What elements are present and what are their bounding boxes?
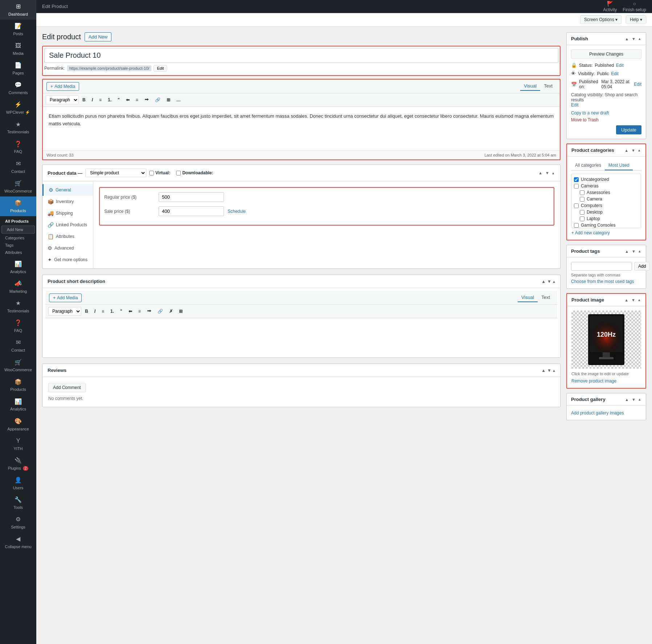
sidebar-item-contact2[interactable]: ✉ Contact [0, 336, 36, 356]
sidebar-item-settings[interactable]: ⚙ Settings [0, 513, 36, 532]
preview-changes-button[interactable]: Preview Changes [571, 49, 641, 59]
sidebar-item-comments[interactable]: 💬 Comments [0, 78, 36, 98]
visual-tab[interactable]: Visual [520, 82, 540, 91]
sidebar-item-posts[interactable]: 📝 Posts [0, 20, 36, 39]
short-desc-ol-button[interactable]: 1. [108, 307, 117, 315]
short-desc-align-left-button[interactable]: ⬅ [126, 307, 135, 315]
sale-price-input[interactable] [159, 206, 224, 216]
add-new-button[interactable]: Add New [85, 32, 112, 41]
product-image-down-btn[interactable]: ▼ [631, 297, 636, 303]
finish-setup-button[interactable]: ○ Finish setup [623, 1, 646, 12]
short-desc-align-center-button[interactable]: ≡ [136, 307, 143, 315]
copy-to-draft-link[interactable]: Copy to a new draft [571, 110, 641, 116]
paragraph-select[interactable]: Paragraph [46, 96, 79, 104]
cat-checkbox-computers[interactable] [574, 203, 579, 208]
product-data-up-button[interactable]: ▲ [538, 170, 543, 176]
short-desc-more2-button[interactable]: ✗ [167, 307, 175, 315]
sidebar-sub-all-products[interactable]: All Products [0, 218, 36, 225]
sidebar-item-users[interactable]: 👤 Users [0, 474, 36, 493]
add-gallery-link[interactable]: Add product gallery images [571, 410, 624, 416]
sidebar-item-faq2[interactable]: ❓ FAQ [0, 316, 36, 336]
add-comment-button[interactable]: Add Comment [48, 383, 86, 392]
screen-options-button[interactable]: Screen Options ▾ [580, 15, 622, 24]
cat-checkbox-camera[interactable] [580, 197, 584, 202]
categories-up-btn[interactable]: ▲ [624, 147, 629, 153]
product-tab-attributes[interactable]: 📋 Attributes [42, 231, 93, 242]
sidebar-item-analytics2[interactable]: 📊 Analytics [0, 395, 36, 415]
sidebar-item-analytics[interactable]: 📊 Analytics [0, 258, 36, 277]
categories-collapse-btn[interactable]: ▴ [637, 147, 641, 153]
choose-tags-link[interactable]: Choose from the most used tags [571, 279, 634, 284]
short-desc-down-btn[interactable]: ▼ [547, 279, 551, 284]
sidebar-item-pages[interactable]: 📄 Pages [0, 59, 36, 78]
regular-price-input[interactable] [159, 192, 224, 202]
publish-collapse-btn[interactable]: ▴ [638, 36, 641, 42]
product-title-input[interactable] [44, 48, 558, 63]
sidebar-item-woocommerce[interactable]: 🛒 WooCommerce [0, 177, 36, 197]
tags-collapse-btn[interactable]: ▴ [638, 248, 641, 254]
sidebar-item-testimonials[interactable]: ★ Testimonials [0, 118, 36, 138]
publish-up-btn[interactable]: ▲ [624, 36, 629, 42]
sidebar-item-wpclever[interactable]: ⚡ WPClever ⚡ [0, 98, 36, 118]
sidebar-item-tools[interactable]: 🔧 Tools [0, 493, 36, 513]
most-used-tab[interactable]: Most Used [605, 161, 633, 170]
cat-checkbox-gaming[interactable] [574, 223, 579, 228]
status-edit-link[interactable]: Edit [616, 63, 624, 68]
text-tab[interactable]: Text [540, 82, 556, 91]
tag-input[interactable] [571, 262, 632, 271]
cat-checkbox-uncategorized[interactable] [574, 177, 579, 182]
align-left-button[interactable]: ⬅ [123, 96, 132, 104]
reviews-up-btn[interactable]: ▲ [541, 368, 546, 373]
product-tab-linked[interactable]: 🔗 Linked Products [42, 219, 93, 231]
bold-button[interactable]: B [80, 96, 88, 104]
short-desc-paragraph-select[interactable]: Paragraph [48, 307, 81, 316]
product-image-collapse-btn[interactable]: ▴ [637, 297, 641, 303]
sidebar-item-contact[interactable]: ✉ Contact [0, 157, 36, 177]
reviews-toggle-btn[interactable]: ▴ [553, 368, 555, 373]
downloadable-checkbox[interactable] [176, 171, 181, 175]
product-tab-general[interactable]: ⚙ General [42, 184, 93, 196]
product-image-up-btn[interactable]: ▲ [624, 297, 629, 303]
short-desc-add-media-button[interactable]: + Add Media [49, 293, 82, 302]
all-categories-tab[interactable]: All categories [571, 161, 605, 170]
blockquote-button[interactable]: " [115, 96, 122, 104]
sidebar-item-products[interactable]: 📦 Products [0, 197, 36, 216]
activity-button[interactable]: 🚩 Activity [603, 1, 617, 12]
tags-up-btn[interactable]: ▲ [624, 248, 629, 254]
cat-checkbox-assessories[interactable] [580, 190, 584, 195]
sidebar-sub-add-new[interactable]: Add New [1, 226, 35, 234]
editor-content[interactable]: Etiam sollicitudin purus non pharetra fi… [43, 107, 560, 150]
product-tab-inventory[interactable]: 📦 Inventory [42, 196, 93, 207]
align-right-button[interactable]: ⮕ [142, 96, 151, 104]
table-button[interactable]: ⊞ [164, 96, 173, 104]
sidebar-item-media[interactable]: 🖼 Media [0, 39, 36, 59]
short-desc-quote-button[interactable]: " [118, 307, 125, 315]
sidebar-item-testimonials2[interactable]: ★ Testimonials [0, 297, 36, 316]
product-gallery-up-btn[interactable]: ▲ [624, 397, 629, 402]
virtual-checkbox[interactable] [149, 171, 154, 175]
move-to-trash-link[interactable]: Move to Trash [571, 117, 599, 122]
visibility-edit-link[interactable]: Edit [611, 71, 619, 76]
short-desc-align-right-button[interactable]: ⮕ [144, 307, 154, 315]
sidebar-item-marketing[interactable]: 📣 Marketing [0, 277, 36, 297]
reviews-down-btn[interactable]: ▼ [547, 368, 551, 373]
sidebar-sub-categories[interactable]: Categories [0, 234, 36, 242]
sidebar-item-products2[interactable]: 📦 Products [0, 376, 36, 395]
permalink-edit-button[interactable]: Edit [154, 65, 167, 72]
product-gallery-collapse-btn[interactable]: ▴ [638, 396, 641, 402]
sidebar-item-yith[interactable]: Y YITH [0, 434, 36, 454]
schedule-link[interactable]: Schedule [228, 209, 246, 214]
product-type-select[interactable]: Simple product Variable product Grouped … [85, 169, 146, 177]
sidebar-sub-attributes[interactable]: Attributes [0, 249, 36, 256]
cat-checkbox-laptop[interactable] [580, 216, 584, 221]
sidebar-item-plugins[interactable]: 🔌 Plugins 2 [0, 454, 36, 474]
short-desc-ul-button[interactable]: ≡ [99, 307, 107, 315]
product-data-down-button[interactable]: ▼ [545, 170, 550, 176]
product-tab-shipping[interactable]: 🚚 Shipping [42, 207, 93, 219]
catalog-edit-link[interactable]: Edit [571, 102, 641, 108]
short-desc-italic-button[interactable]: I [92, 307, 98, 315]
published-edit-link[interactable]: Edit [634, 82, 641, 87]
short-desc-bold-button[interactable]: B [82, 307, 91, 315]
sidebar-item-appearance[interactable]: 🎨 Appearance [0, 415, 36, 434]
tags-down-btn[interactable]: ▼ [631, 248, 636, 254]
